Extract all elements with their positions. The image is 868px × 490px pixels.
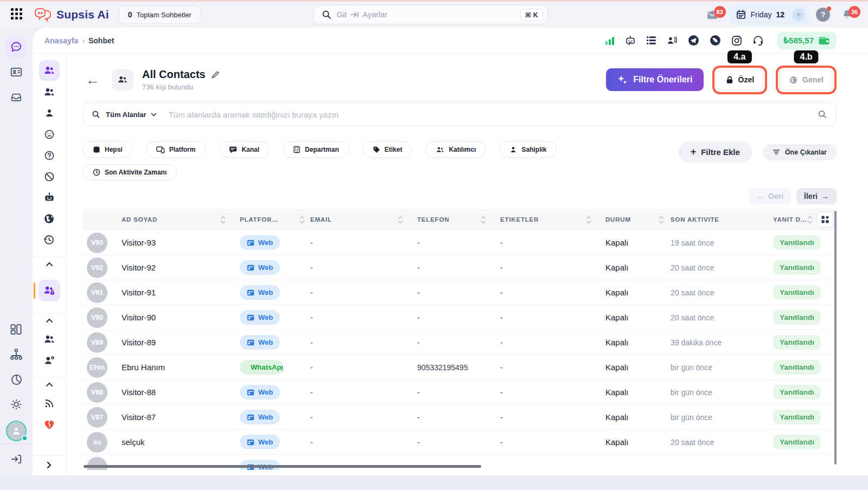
whatsapp-icon[interactable] (709, 34, 722, 47)
telegram-icon[interactable] (687, 34, 700, 47)
sidebar-item-dashboard[interactable] (5, 319, 27, 340)
vertical-scrollbar[interactable] (834, 211, 837, 465)
table-row[interactable]: V91Visitor-91Web---Kapalı20 saat önceYan… (82, 280, 837, 305)
sidebar-item-person[interactable] (39, 102, 60, 124)
mail-button[interactable]: 83 (702, 4, 723, 25)
sidebar-item-reports[interactable] (5, 369, 27, 390)
table-row[interactable]: V93Visitor-93Web---Kapalı19 saat önceYan… (82, 230, 837, 255)
apps-grid-icon[interactable] (11, 8, 24, 21)
sort-icon[interactable] (586, 216, 591, 224)
filter-chip-etiket[interactable]: Etiket (362, 141, 413, 158)
sort-icon[interactable] (659, 216, 664, 224)
contacts-icon (43, 64, 56, 77)
sidebar-item-contacts-card[interactable] (5, 61, 27, 83)
edit-title-icon[interactable] (211, 70, 220, 79)
sidebar-item-org-chart[interactable] (5, 344, 27, 365)
sidebar-item-feedback[interactable] (39, 124, 60, 145)
contact-email: - (310, 413, 417, 422)
highlights-button[interactable]: Öne Çıkanlar (763, 144, 837, 160)
help-button[interactable]: ? (816, 8, 830, 22)
sidebar-item-team[interactable] (39, 81, 60, 102)
filter-chip-son-aktivite[interactable]: Son Aktivite Zamanı (82, 164, 177, 180)
logout-button[interactable] (5, 448, 27, 470)
filter-chip-hepsi[interactable]: Hepsi (82, 141, 133, 158)
private-visibility-button[interactable]: Özel (716, 69, 764, 91)
add-filter-button[interactable]: + Filtre Ekle (679, 141, 752, 163)
contact-avatar: su (87, 432, 107, 453)
add-event-button[interactable]: + (792, 8, 805, 21)
sidebar-item-bot[interactable] (39, 187, 60, 208)
sidebar-item-billing-alert[interactable] (39, 414, 60, 435)
sidebar-item-chat[interactable] (5, 36, 27, 58)
table-row[interactable]: V88Visitor-88Web---Kapalıbir gün önceYan… (82, 380, 837, 405)
sort-icon[interactable] (481, 216, 486, 224)
col-header-status[interactable]: DURUM (605, 216, 671, 224)
sidebar-item-globe[interactable] (39, 208, 60, 229)
filter-chip-departman[interactable]: Departman (283, 141, 349, 158)
table-row[interactable]: V92Visitor-92Web---Kapalı20 saat önceYan… (82, 255, 837, 280)
chatbot-icon[interactable] (624, 35, 636, 47)
search-submit-icon[interactable] (818, 109, 827, 119)
notifications-button[interactable]: 36 (837, 4, 857, 25)
sort-icon[interactable] (807, 216, 813, 224)
date-picker[interactable]: Friday 12 + (729, 4, 809, 25)
filter-chip-kanal[interactable]: Kanal (219, 141, 270, 158)
global-search-input[interactable]: Git Ayarlar ⌘ K (314, 5, 548, 24)
horizontal-scrollbar[interactable] (84, 465, 481, 468)
col-header-email[interactable]: EMAIL (310, 216, 417, 224)
prev-page-button[interactable]: ← Geri (749, 188, 791, 204)
sidebar-item-subscriptions[interactable] (39, 392, 60, 414)
col-header-tags[interactable]: ETIKETLER (500, 216, 605, 224)
sidebar-item-all-contacts[interactable] (39, 60, 60, 81)
table-row[interactable]: suselçukWeb---Kapalı20 saat önceYanıtlan… (82, 430, 837, 455)
table-row[interactable]: V87Visitor-87Web---Kapalıbir gün önceYan… (82, 405, 837, 430)
reply-status-badge: Yanıtlandı (773, 285, 821, 300)
filter-chip-sahiplik[interactable]: Sahiplik (499, 141, 557, 158)
breadcrumb-current: Sohbet (88, 36, 114, 45)
sidebar-item-blocked[interactable] (39, 166, 60, 187)
collapse-group-icon[interactable] (46, 260, 53, 272)
sidebar-item-private-contacts[interactable] (39, 280, 60, 301)
table-row[interactable]: EHmEbru HanımWhatsApp-905332195495-Kapal… (82, 355, 837, 380)
table-search-input[interactable] (169, 110, 812, 119)
filter-chip-platform[interactable]: Platform (146, 141, 206, 158)
table-row[interactable]: V90Visitor-90Web---Kapalı20 saat önceYan… (82, 305, 837, 330)
col-header-last-activity[interactable]: SON AKTIVITE (671, 216, 773, 223)
filter-suggestions-button[interactable]: Filtre Önerileri (606, 68, 703, 91)
sidebar-item-agent-settings[interactable] (39, 350, 60, 371)
sidebar-item-help[interactable] (39, 145, 60, 166)
annotation-label-4b: 4.b (794, 50, 818, 63)
col-header-phone[interactable]: TELEFON (417, 216, 500, 224)
expand-sidebar-button[interactable] (33, 455, 66, 475)
col-header-platform[interactable]: PLATFOR… (240, 216, 310, 224)
filter-chip-katilimci[interactable]: Katılımcı (425, 141, 486, 158)
next-page-button[interactable]: İleri → (796, 188, 837, 204)
sidebar-item-inbox[interactable] (5, 86, 27, 108)
stats-bars-icon[interactable] (604, 35, 615, 46)
table-row[interactable]: V89Visitor-89Web---Kapalı39 dakika önceY… (82, 330, 837, 355)
col-header-name[interactable]: AD SOYAD (122, 216, 240, 224)
search-shortcut: ⌘ K (520, 9, 543, 21)
sort-icon[interactable] (299, 216, 305, 224)
voice-agent-icon[interactable] (666, 35, 678, 47)
collapse-group-icon[interactable] (46, 316, 53, 328)
back-button[interactable]: ← (86, 72, 100, 88)
user-avatar[interactable] (6, 421, 27, 441)
contact-email: - (310, 338, 417, 347)
column-settings-button[interactable] (817, 211, 833, 228)
instagram-icon[interactable] (731, 35, 743, 47)
queue-list-icon[interactable] (646, 35, 657, 46)
sidebar-item-team-2[interactable] (39, 328, 60, 350)
breadcrumb-home[interactable]: Anasayfa (44, 36, 78, 45)
contact-phone: 905332195495 (417, 363, 500, 372)
public-visibility-button[interactable]: Genel (780, 69, 833, 91)
support-headset-icon[interactable] (752, 34, 764, 47)
sidebar-item-settings[interactable] (5, 394, 27, 415)
collapse-group-icon[interactable] (46, 380, 53, 392)
search-scope-dropdown[interactable]: Tüm Alanlar (106, 111, 157, 119)
sort-icon[interactable] (398, 216, 403, 224)
balance-pill[interactable]: ₺585,57 (777, 32, 837, 49)
app-logo[interactable]: Supsis Ai (34, 7, 109, 22)
sort-icon[interactable] (220, 216, 226, 224)
sidebar-item-history[interactable] (39, 229, 60, 250)
